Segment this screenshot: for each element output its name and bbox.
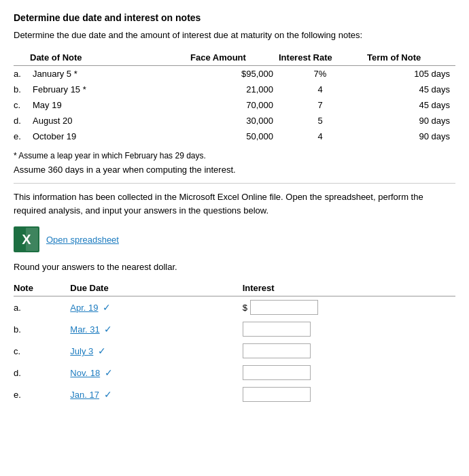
- round-text: Round your answers to the nearest dollar…: [14, 262, 455, 272]
- notes-table-row: d. August 20 30,000 5 90 days: [14, 113, 455, 129]
- notes-table-row: e. October 19 50,000 4 90 days: [14, 129, 455, 144]
- row-amount-3: 30,000: [190, 113, 279, 129]
- answer-table: Note Due Date Interest a. Apr. 19 ✓ $ b.…: [14, 280, 455, 405]
- row-date-4: October 19: [30, 129, 190, 144]
- notes-table: Date of Note Face Amount Interest Rate T…: [14, 50, 455, 144]
- due-date-value-0: Apr. 19: [70, 303, 98, 313]
- row-amount-1: 21,000: [190, 82, 279, 97]
- checkmark-1: ✓: [104, 324, 112, 335]
- checkmark-2: ✓: [98, 345, 106, 356]
- answer-table-row: b. Mar. 31 ✓: [14, 318, 455, 340]
- row-term-4: 90 days: [367, 129, 455, 144]
- row-rate-4: 4: [279, 129, 367, 144]
- notes-table-row: a. January 5 * $95,000 7% 105 days: [14, 66, 455, 82]
- due-date-value-4: Jan. 17: [70, 390, 99, 400]
- row-letter-0: a.: [14, 66, 30, 82]
- row-rate-1: 4: [279, 82, 367, 97]
- interest-input-2[interactable]: [243, 343, 311, 358]
- row-term-2: 45 days: [367, 97, 455, 113]
- row-letter-3: d.: [14, 113, 30, 129]
- answer-interest-cell-1: [229, 318, 455, 340]
- excel-icon[interactable]: X: [14, 226, 39, 252]
- row-rate-2: 7: [279, 97, 367, 113]
- row-amount-0: $95,000: [190, 66, 279, 82]
- answer-interest-cell-4: [229, 384, 455, 405]
- interest-input-0[interactable]: [250, 300, 318, 315]
- checkmark-3: ✓: [105, 367, 113, 378]
- footnote-leap-year: * Assume a leap year in which February h…: [14, 151, 455, 160]
- answer-letter-3: d.: [14, 362, 70, 384]
- dollar-sign-0: $: [243, 303, 247, 313]
- due-date-value-2: July 3: [70, 346, 93, 356]
- answer-due-date-1: Mar. 31 ✓: [70, 318, 228, 340]
- answer-interest-cell-3: [229, 362, 455, 384]
- row-letter-1: b.: [14, 82, 30, 97]
- header-face-amount: Face Amount: [190, 50, 279, 66]
- answer-header-note: Note: [14, 280, 70, 296]
- intro-text: Determine the due date and the amount of…: [14, 30, 455, 40]
- header-interest-rate: Interest Rate: [279, 50, 367, 66]
- due-date-value-3: Nov. 18: [70, 368, 100, 378]
- interest-input-1[interactable]: [243, 322, 311, 337]
- header-date-of-note: Date of Note: [30, 50, 190, 66]
- answer-due-date-2: July 3 ✓: [70, 340, 228, 362]
- row-rate-3: 5: [279, 113, 367, 129]
- answer-header-interest: Interest: [229, 280, 455, 296]
- notes-table-row: b. February 15 * 21,000 4 45 days: [14, 82, 455, 97]
- answer-due-date-0: Apr. 19 ✓: [70, 296, 228, 319]
- row-date-3: August 20: [30, 113, 190, 129]
- row-date-0: January 5 *: [30, 66, 190, 82]
- row-term-1: 45 days: [367, 82, 455, 97]
- header-term-of-note: Term of Note: [367, 50, 455, 66]
- excel-area: X Open spreadsheet: [14, 226, 455, 252]
- row-letter-4: e.: [14, 129, 30, 144]
- footnote-360-days: Assume 360 days in a year when computing…: [14, 165, 455, 175]
- open-spreadsheet-link[interactable]: Open spreadsheet: [46, 235, 119, 245]
- answer-table-row: a. Apr. 19 ✓ $: [14, 296, 455, 319]
- due-date-value-1: Mar. 31: [70, 324, 99, 335]
- answer-table-row: e. Jan. 17 ✓: [14, 384, 455, 405]
- row-amount-2: 70,000: [190, 97, 279, 113]
- interest-input-4[interactable]: [243, 387, 311, 402]
- section-divider: [14, 183, 455, 184]
- row-rate-0: 7%: [279, 66, 367, 82]
- interest-input-3[interactable]: [243, 365, 311, 380]
- row-term-3: 90 days: [367, 113, 455, 129]
- row-date-1: February 15 *: [30, 82, 190, 97]
- answer-table-row: c. July 3 ✓: [14, 340, 455, 362]
- answer-due-date-4: Jan. 17 ✓: [70, 384, 228, 405]
- answer-header-due-date: Due Date: [70, 280, 228, 296]
- row-term-0: 105 days: [367, 66, 455, 82]
- answer-letter-1: b.: [14, 318, 70, 340]
- info-text: This information has been collected in t…: [14, 190, 455, 217]
- notes-table-row: c. May 19 70,000 7 45 days: [14, 97, 455, 113]
- checkmark-4: ✓: [104, 389, 112, 400]
- checkmark-0: ✓: [103, 302, 111, 313]
- page-title: Determine due date and interest on notes: [14, 12, 455, 23]
- row-amount-4: 50,000: [190, 129, 279, 144]
- answer-table-row: d. Nov. 18 ✓: [14, 362, 455, 384]
- answer-letter-4: e.: [14, 384, 70, 405]
- answer-interest-cell-0: $: [229, 296, 455, 319]
- row-letter-2: c.: [14, 97, 30, 113]
- answer-interest-cell-2: [229, 340, 455, 362]
- row-date-2: May 19: [30, 97, 190, 113]
- excel-icon-lines: [26, 228, 38, 251]
- answer-letter-0: a.: [14, 296, 70, 319]
- answer-letter-2: c.: [14, 340, 70, 362]
- answer-due-date-3: Nov. 18 ✓: [70, 362, 228, 384]
